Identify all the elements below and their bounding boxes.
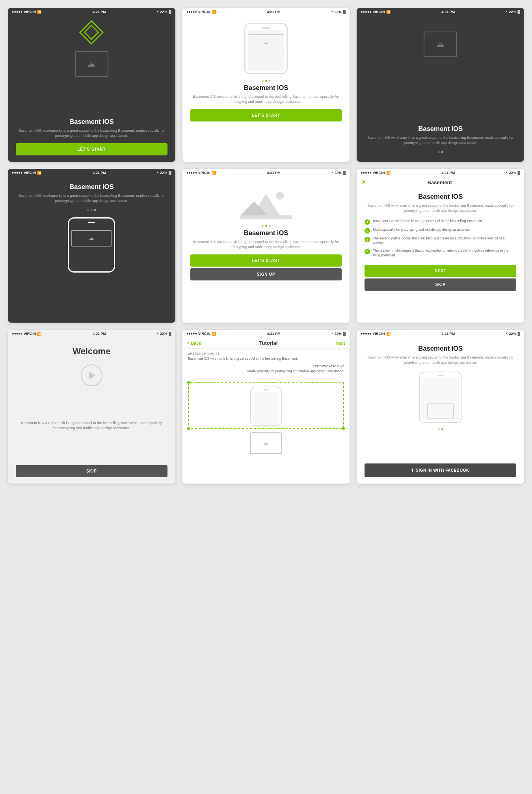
wifi-icon-8: 📶 xyxy=(212,332,216,336)
play-icon xyxy=(89,372,96,379)
bluetooth-2: * xyxy=(331,10,333,14)
corner-dot-bl xyxy=(187,427,190,430)
mockup-inner-img-9 xyxy=(427,404,454,418)
dot-5-2 xyxy=(265,225,267,227)
phone-speaker-9 xyxy=(437,375,444,376)
start-button-1[interactable]: LET'S START xyxy=(16,143,167,155)
wifi-icon-9: 📶 xyxy=(386,332,391,336)
app-desc-5: Basement iOS wireframe kit is a great se… xyxy=(190,239,342,250)
feature-num-4: 4 xyxy=(365,249,370,254)
facebook-label: SIGN IN WITH FACEBOOK xyxy=(416,468,469,473)
screen-3: ●●●●● VIRGIN 📶 4:21 PM * 22% ▓ ⛰ Basemen… xyxy=(357,8,524,162)
spec-text-2: Made specially for prototyping and mobil… xyxy=(188,369,344,374)
screen-6: ●●●●● VIRGIN 📶 4:21 PM * 22% ▓ ✕ Basemen… xyxy=(357,169,524,323)
bluetooth-5: * xyxy=(331,171,333,175)
nav-title-6: Basement xyxy=(428,179,452,185)
start-button-2[interactable]: LET'S START xyxy=(190,109,342,121)
signal-4: ●●●●● xyxy=(12,171,22,175)
svg-rect-3 xyxy=(240,215,292,219)
wifi-icon-7: 📶 xyxy=(37,332,41,336)
dots-2 xyxy=(262,80,271,82)
phone-speaker-4 xyxy=(88,222,95,223)
img-icon-8: ⛰ xyxy=(263,440,269,446)
time-7: 4:21 PM xyxy=(93,332,106,336)
screen-7: ●●●●● VIRGIN 📶 4:21 PM * 22% ▓ Welcome B… xyxy=(8,330,175,484)
logo-icon xyxy=(82,24,101,43)
phone-mockup-4: ⛰ xyxy=(68,217,115,273)
screen-2: ●●●●● VIRGIN 📶 4:21 PM * 22% ▓ ⛰ xyxy=(182,8,350,162)
status-bar-1: ●●●●● VIRGIN 📶 4:21 PM * 22% ▓ xyxy=(8,8,175,16)
mockup-image-2: ⛰ xyxy=(248,34,284,50)
spec-section-1: SPECIFICATION #1 Basement iOS wireframe … xyxy=(188,352,344,361)
screen-9: ●●●●● VIRGIN 📶 4:21 PM * 22% ▓ Basement … xyxy=(357,330,524,484)
facebook-button[interactable]: f SIGN IN WITH FACEBOOK xyxy=(365,463,516,477)
feature-text-2: Made specially for prototyping and mobil… xyxy=(373,228,470,232)
app-desc-6: Basement iOS wireframe kit is a great se… xyxy=(365,203,516,213)
feature-num-3: 3 xyxy=(365,237,370,242)
facebook-icon: f xyxy=(412,467,414,473)
spec-label-2: SPECIFICATION #2 xyxy=(188,364,344,368)
back-button-8[interactable]: < Back xyxy=(187,341,201,346)
dot-2-2 xyxy=(265,80,267,82)
corner-dot-br xyxy=(342,427,345,430)
mountain-illustration xyxy=(240,184,292,219)
battery-4: 22% xyxy=(160,171,167,175)
feature-text-3: The second part is Social and it will he… xyxy=(373,236,516,246)
skip-button-6[interactable]: SKIP xyxy=(365,278,516,291)
mockup-img-4: ⛰ xyxy=(71,230,112,247)
status-bar-6: ●●●●● VIRGIN 📶 4:21 PM * 22% ▓ xyxy=(357,169,524,177)
app-desc-3: Basement iOS wireframe kit is a great se… xyxy=(365,135,516,146)
corner-dot-tl xyxy=(187,381,190,384)
dot-9-1 xyxy=(438,428,440,430)
wifi-icon-2: 📶 xyxy=(212,10,216,14)
close-button[interactable]: ✕ xyxy=(361,179,366,185)
battery-6: 22% xyxy=(509,171,516,175)
app-title-1: Basement iOS xyxy=(69,118,114,126)
status-bar-2: ●●●●● VIRGIN 📶 4:21 PM * 22% ▓ xyxy=(182,8,350,16)
dot-4-1 xyxy=(87,209,89,211)
battery-icon-8: ▓ xyxy=(343,332,346,336)
spec-label-1: SPECIFICATION #1 xyxy=(188,352,344,355)
start-button-5[interactable]: LET'S START xyxy=(190,254,342,267)
dashed-frame xyxy=(188,382,344,429)
svg-point-0 xyxy=(276,192,284,200)
wifi-icon: 📶 xyxy=(37,10,41,14)
battery-icon-6: ▓ xyxy=(517,171,520,175)
dot-9-2 xyxy=(441,428,443,430)
status-bar-3: ●●●●● VIRGIN 📶 4:21 PM * 22% ▓ xyxy=(357,8,524,16)
carrier-4: VIRGIN xyxy=(24,171,36,175)
time-4: 4:21 PM xyxy=(93,171,106,175)
phone-mockup-9 xyxy=(419,372,462,423)
wifi-icon-5: 📶 xyxy=(212,171,216,175)
signal-7: ●●●●● xyxy=(12,332,22,336)
wifi-icon-3: 📶 xyxy=(386,10,391,14)
play-button[interactable] xyxy=(81,364,102,386)
time-8: 4:21 PM xyxy=(267,332,281,336)
next-button[interactable]: NEXT xyxy=(365,265,516,277)
bluetooth-3: * xyxy=(506,10,508,14)
dots-5 xyxy=(262,225,271,227)
signal-2: ●●●●● xyxy=(186,10,197,14)
bluetooth-6: * xyxy=(506,171,508,175)
feature-list: 1 Basement iOS wireframe kit is a great … xyxy=(365,219,516,261)
battery-9: 22% xyxy=(509,332,516,336)
mockup-img-icon-4: ⛰ xyxy=(89,235,94,241)
feature-text-1: Basement iOS wireframe kit is a great se… xyxy=(373,219,483,224)
screen-8: ●●●●● VIRGIN 📶 4:21 PM * 22% ▓ < Back Tu… xyxy=(182,330,350,484)
time-9: 4:21 PM xyxy=(441,332,455,336)
dot-3-2 xyxy=(441,151,443,153)
screen-1: ●●●●● VIRGIN 📶 4:21 PM * 22% ▓ ⛰ xyxy=(8,8,175,162)
battery-icon: ▓ xyxy=(169,10,171,14)
dot-5-3 xyxy=(269,225,271,227)
hero-image-3: ⛰ xyxy=(424,32,457,57)
next-link-8[interactable]: Next xyxy=(336,341,345,346)
time-2: 4:21 PM xyxy=(267,10,281,14)
battery-1: 22% xyxy=(160,10,167,14)
nav-bar-6: ✕ Basement xyxy=(357,177,524,188)
battery-icon-5: ▓ xyxy=(343,171,346,175)
signal-3: ●●●●● xyxy=(361,10,371,14)
signup-button-5[interactable]: SIGN UP xyxy=(190,268,342,280)
bluetooth-9: * xyxy=(506,332,508,336)
battery-icon-2: ▓ xyxy=(343,10,346,14)
skip-button-7[interactable]: SKIP xyxy=(16,465,167,477)
